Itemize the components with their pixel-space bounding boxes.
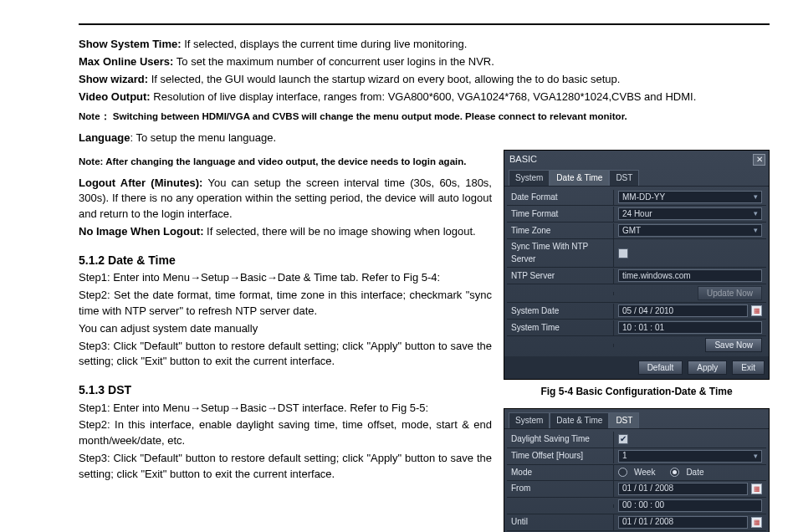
tab-date-time[interactable]: Date & Time	[550, 412, 609, 429]
text: Resolution of live display interface, ra…	[151, 90, 697, 103]
calendar-icon[interactable]: ▦	[751, 483, 762, 494]
s513-step3: Step3: Click "Default" button to restore…	[79, 451, 492, 483]
arrow-icon: →	[267, 271, 278, 284]
panel-title-text: BASIC	[509, 153, 537, 166]
label: No Image When Logout:	[79, 225, 203, 238]
panel-body: Date FormatMM-DD-YY▾ Time Format24 Hour▾…	[504, 187, 769, 356]
para-show-system-time: Show System Time: If selected, displays …	[79, 37, 770, 53]
input-system-date[interactable]: 05 / 04 / 2010	[618, 304, 748, 317]
s513-step1: Step1: Enter into Menu→Setup→Basic→DST i…	[79, 401, 492, 417]
tab-system[interactable]: System	[509, 412, 550, 429]
main-text-column: Show System Time: If selected, displays …	[79, 37, 770, 532]
s512-adjust: You can adjust system date manually	[79, 321, 492, 337]
panel-actions: Default Apply Exit	[504, 356, 769, 379]
select-offset[interactable]: 1▾	[618, 450, 762, 463]
arrow-icon: →	[190, 271, 201, 284]
label-ntp-server: NTP Server	[507, 269, 614, 284]
t: Step1: Enter into Menu	[79, 271, 190, 284]
label-dst: Daylight Saving Time	[507, 432, 614, 448]
text: : To setup the menu language.	[130, 131, 276, 144]
radio-date[interactable]	[670, 468, 679, 477]
text: To set the maximum number of concurrent …	[173, 55, 494, 68]
radio-week-label: Week	[634, 467, 655, 479]
exit-button[interactable]: Exit	[732, 361, 765, 375]
note-label: Note：	[79, 111, 110, 121]
update-now-button[interactable]: Update Now	[698, 286, 762, 300]
select-date-format[interactable]: MM-DD-YY▾	[618, 191, 762, 203]
para-logout-after: Logout After (Minutes): You can setup th…	[79, 176, 492, 223]
chevron-down-icon: ▾	[754, 208, 758, 219]
tab-system[interactable]: System	[509, 170, 550, 187]
apply-button[interactable]: Apply	[688, 361, 727, 375]
figures-column: BASIC ✕ System Date & Time DST Date Form…	[504, 150, 770, 532]
t: Setup	[201, 271, 229, 284]
label-mode: Mode	[507, 465, 614, 481]
label-time-zone: Time Zone	[507, 223, 614, 239]
label-from: From	[507, 481, 614, 497]
chevron-down-icon: ▾	[754, 451, 758, 462]
calendar-icon[interactable]: ▦	[751, 517, 762, 528]
checkbox-dst[interactable]: ✔	[618, 434, 628, 444]
note-text: After changing the language and video ou…	[103, 156, 466, 166]
select-time-zone[interactable]: GMT▾	[618, 224, 762, 237]
note-language-change: Note: After changing the language and vi…	[79, 155, 492, 169]
label: Logout After (Minutes):	[79, 176, 202, 189]
label: Show wizard:	[79, 73, 148, 85]
input-system-time[interactable]: 10 : 01 : 01	[618, 321, 762, 334]
arrow-icon: →	[229, 402, 240, 414]
para-language: Language: To setup the menu language.	[79, 130, 770, 146]
note-hdmi-cvbs: Note： Switching between HDMI/VGA and CVB…	[79, 110, 770, 124]
save-now-button[interactable]: Save Now	[705, 338, 762, 352]
label-offset: Time Offset [Hours]	[507, 448, 614, 464]
calendar-icon[interactable]: ▦	[751, 305, 762, 316]
arrow-icon: →	[267, 402, 278, 414]
chevron-down-icon: ▾	[754, 192, 758, 202]
select-time-format[interactable]: 24 Hour▾	[618, 207, 762, 220]
arrow-icon: →	[229, 271, 240, 284]
label-date-format: Date Format	[507, 190, 614, 206]
label-time-format: Time Format	[507, 207, 614, 223]
s512-step2: Step2: Set the date format, time format,…	[79, 288, 492, 320]
value: 24 Hour	[622, 208, 652, 221]
input-from-date[interactable]: 01 / 01 / 2008	[618, 483, 748, 495]
t: Basic	[240, 271, 267, 284]
label-until: Until	[507, 514, 614, 530]
input-ntp-server[interactable]: time.windows.com	[618, 269, 762, 282]
tabs: System Date & Time DST	[504, 168, 769, 187]
checkbox-sync-ntp[interactable]	[618, 248, 628, 258]
value: 1	[622, 450, 627, 463]
para-show-wizard: Show wizard: If selected, the GUI would …	[79, 72, 770, 88]
label-system-date: System Date	[507, 304, 614, 320]
text: If selected, the GUI would launch the st…	[148, 73, 620, 85]
para-no-image: No Image When Logout: If selected, there…	[79, 224, 492, 240]
para-video-output: Video Output: Resolution of live display…	[79, 90, 770, 105]
label: Language	[79, 131, 130, 144]
t: DST interface. Refer to Fig 5-5:	[278, 402, 428, 414]
t: Date & Time tab. Refer to Fig 5-4:	[278, 271, 440, 284]
default-button[interactable]: Default	[638, 361, 683, 375]
tab-date-time[interactable]: Date & Time	[550, 170, 609, 187]
input-until-date[interactable]: 01 / 01 / 2008	[618, 516, 748, 529]
input-from-time[interactable]: 00 : 00 : 00	[618, 499, 762, 512]
t: Step1: Enter into Menu	[79, 402, 190, 414]
label: Show System Time:	[79, 38, 182, 50]
radio-date-label: Date	[686, 467, 703, 479]
tabs: System Date & Time DST	[504, 409, 769, 430]
para-max-online: Max Online Users: To set the maximum num…	[79, 54, 770, 70]
tab-dst[interactable]: DST	[609, 412, 639, 429]
note-text: Switching between HDMI/VGA and CVBS will…	[113, 111, 627, 121]
close-icon[interactable]: ✕	[753, 154, 765, 166]
arrow-icon: →	[190, 402, 201, 414]
section-513-title: 5.1.3 DST	[79, 381, 492, 398]
s512-step1: Step1: Enter into Menu→Setup→Basic→Date …	[79, 270, 492, 286]
note-label: Note:	[79, 156, 103, 166]
s512-step3: Step3: Click "Default" button to restore…	[79, 339, 492, 371]
panel-titlebar: BASIC ✕	[504, 151, 769, 168]
value: MM-DD-YY	[622, 192, 665, 204]
tab-dst[interactable]: DST	[609, 170, 639, 187]
text: If selected, there will be no image show…	[203, 225, 475, 238]
chevron-down-icon: ▾	[754, 225, 758, 236]
fig54-panel: BASIC ✕ System Date & Time DST Date Form…	[504, 150, 770, 380]
radio-week[interactable]	[618, 468, 627, 477]
label-system-time: System Time	[507, 320, 614, 336]
